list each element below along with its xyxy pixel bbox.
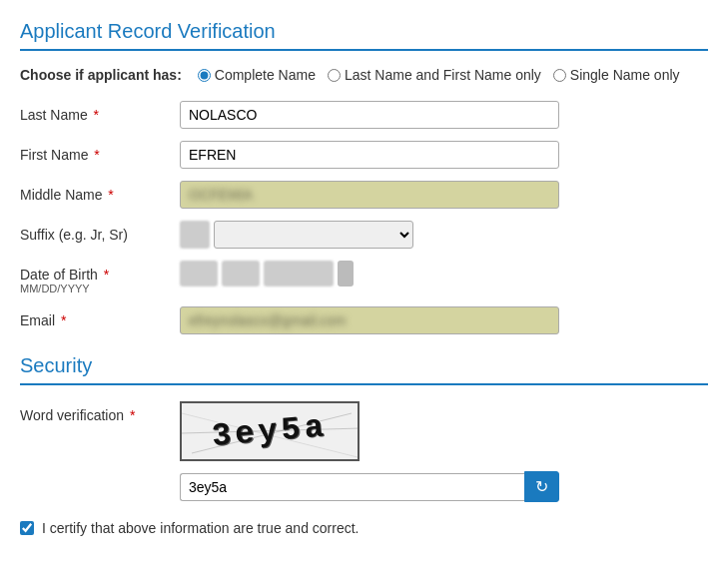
certify-checkbox[interactable] <box>20 521 34 535</box>
certify-row: I certify that above information are tru… <box>20 520 708 536</box>
last-name-input[interactable] <box>180 101 559 129</box>
radio-lastfirst-name-label: Last Name and First Name only <box>345 67 541 83</box>
word-verification-row: Word verification * 3ey5a ↻ <box>20 401 708 502</box>
suffix-control: Jr Sr II III <box>180 221 708 249</box>
middle-name-label: Middle Name * <box>20 181 180 203</box>
radio-lastfirst-name-input[interactable] <box>328 69 341 82</box>
email-row: Email * efreynolasco@gmail.com <box>20 306 708 334</box>
last-name-control <box>180 101 708 129</box>
radio-lastfirst-name[interactable]: Last Name and First Name only <box>328 67 541 83</box>
last-name-row: Last Name * <box>20 101 708 129</box>
first-name-input[interactable] <box>180 141 559 169</box>
suffix-blurred-box <box>180 221 210 249</box>
email-label: Email * <box>20 306 180 328</box>
middle-name-control: OCFEMIA <box>180 181 708 209</box>
email-control: efreynolasco@gmail.com <box>180 306 708 334</box>
suffix-select[interactable]: Jr Sr II III <box>214 221 413 249</box>
choose-row: Choose if applicant has: Complete Name L… <box>20 67 708 83</box>
email-blurred: efreynolasco@gmail.com <box>180 306 559 334</box>
captcha-image: 3ey5a <box>180 401 360 461</box>
security-section: Security Word verification * 3ey5a ↻ <box>20 354 708 536</box>
radio-complete-name[interactable]: Complete Name <box>198 67 316 83</box>
word-verification-required: * <box>126 407 135 423</box>
dob-sub-label: MM/DD/YYYY <box>20 283 180 294</box>
captcha-input[interactable] <box>180 473 524 501</box>
middle-name-row: Middle Name * OCFEMIA <box>20 181 708 209</box>
radio-single-name-label: Single Name only <box>570 67 680 83</box>
first-name-label: First Name * <box>20 141 180 163</box>
radio-complete-name-label: Complete Name <box>215 67 316 83</box>
dob-month-blurred <box>180 261 218 287</box>
dob-control <box>180 261 708 287</box>
choose-label: Choose if applicant has: <box>20 67 182 83</box>
suffix-label: Suffix (e.g. Jr, Sr) <box>20 221 180 243</box>
word-verification-label: Word verification * <box>20 401 180 423</box>
dob-arrow <box>338 261 354 287</box>
captcha-input-row: ↻ <box>180 471 559 502</box>
dob-row: Date of Birth * MM/DD/YYYY <box>20 261 708 294</box>
refresh-icon: ↻ <box>535 477 548 496</box>
last-name-required: * <box>90 107 99 123</box>
email-required: * <box>57 312 66 328</box>
dob-day-blurred <box>222 261 260 287</box>
last-name-label: Last Name * <box>20 101 180 123</box>
dob-required: * <box>100 267 109 283</box>
first-name-row: First Name * <box>20 141 708 169</box>
first-name-control <box>180 141 708 169</box>
dob-year-blurred <box>264 261 334 287</box>
refresh-captcha-button[interactable]: ↻ <box>524 471 559 502</box>
radio-single-name[interactable]: Single Name only <box>553 67 680 83</box>
certify-label: I certify that above information are tru… <box>42 520 360 536</box>
suffix-row: Suffix (e.g. Jr, Sr) Jr Sr II III <box>20 221 708 249</box>
radio-single-name-input[interactable] <box>553 69 566 82</box>
middle-name-blurred: OCFEMIA <box>180 181 559 209</box>
middle-name-required: * <box>104 187 113 203</box>
radio-complete-name-input[interactable] <box>198 69 211 82</box>
dob-label: Date of Birth * MM/DD/YYYY <box>20 261 180 294</box>
word-verification-control: 3ey5a ↻ <box>180 401 708 502</box>
security-title: Security <box>20 354 708 385</box>
page-title: Applicant Record Verification <box>20 20 708 51</box>
first-name-required: * <box>90 147 99 163</box>
